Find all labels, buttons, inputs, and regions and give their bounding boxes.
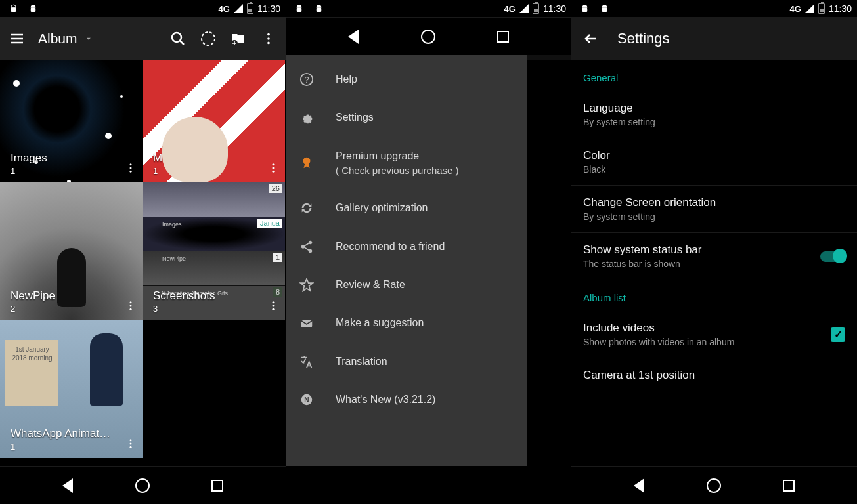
back-arrow-icon[interactable] xyxy=(583,31,599,47)
svg-point-11 xyxy=(130,167,132,169)
page-title[interactable]: Album xyxy=(38,31,93,47)
nav-recent-icon[interactable] xyxy=(497,31,509,43)
nav-back-icon[interactable] xyxy=(62,478,73,493)
drawer-item-whatsnew[interactable]: N What's New (v3.21.2) xyxy=(286,381,527,419)
nav-bar xyxy=(286,17,571,55)
drawer-item-settings[interactable]: Settings xyxy=(286,98,527,136)
album-name: Images xyxy=(11,152,123,165)
calendar-badge: 8 xyxy=(273,287,282,297)
svg-point-1 xyxy=(14,6,14,7)
more-icon[interactable] xyxy=(261,31,276,47)
tile-more-icon[interactable] xyxy=(123,160,139,176)
status-bar: 4G 11:30 xyxy=(286,0,571,17)
svg-point-0 xyxy=(12,6,12,7)
drawer-label: Premium upgrade ( Check previous purchas… xyxy=(336,149,514,177)
nav-recent-icon[interactable] xyxy=(783,480,795,492)
calendar-badge: Janua xyxy=(257,219,282,228)
svg-point-24 xyxy=(130,446,132,448)
album-grid[interactable]: Images 1 Music 1 NewPipe 2 26 ImagesJanu… xyxy=(0,60,286,466)
drawer-item-translation[interactable]: Translation xyxy=(286,343,527,381)
drawer-item-review[interactable]: Review & Rate xyxy=(286,266,527,304)
setting-sub: Black xyxy=(583,164,845,175)
nav-back-icon[interactable] xyxy=(348,30,359,44)
setting-camera-first[interactable]: Camera at 1st position xyxy=(571,358,857,392)
add-folder-icon[interactable] xyxy=(231,31,246,47)
setting-language[interactable]: Language By system setting xyxy=(571,91,857,138)
network-label: 4G xyxy=(504,4,516,14)
drawer-item-recommend[interactable]: Recommend to a friend xyxy=(286,228,527,266)
album-tile-newpipe[interactable]: NewPipe 2 xyxy=(0,182,143,320)
svg-point-5 xyxy=(202,32,215,45)
drawer-label: Translation xyxy=(336,354,514,369)
svg-point-18 xyxy=(130,308,132,310)
album-count: 2 xyxy=(11,304,123,314)
android-icon xyxy=(311,1,326,16)
svg-rect-26 xyxy=(316,7,321,11)
setting-title: Camera at 1st position xyxy=(583,369,845,382)
nav-home-icon[interactable] xyxy=(421,30,435,44)
hamburger-icon[interactable] xyxy=(9,31,25,47)
tile-more-icon[interactable] xyxy=(265,298,281,314)
android-icon xyxy=(25,1,41,16)
drawer-label: Help xyxy=(336,72,514,87)
setting-title: Change Screen orientation xyxy=(583,196,845,209)
settings-app-bar: Settings xyxy=(571,17,857,60)
setting-title: Color xyxy=(583,149,845,162)
setting-orientation[interactable]: Change Screen orientation By system sett… xyxy=(571,186,857,233)
setting-sub: By system setting xyxy=(583,117,845,127)
nav-home-icon[interactable] xyxy=(707,478,721,493)
toggle-switch[interactable] xyxy=(820,251,845,262)
battery-icon xyxy=(533,3,539,14)
tile-more-icon[interactable] xyxy=(265,160,281,176)
drawer-label: Settings xyxy=(336,110,514,125)
svg-point-15 xyxy=(273,171,275,173)
setting-title: Language xyxy=(583,102,845,115)
aperture-icon[interactable] xyxy=(200,31,216,47)
inner-label: Images xyxy=(162,221,182,228)
album-tile-images[interactable]: Images 1 xyxy=(0,60,143,182)
setting-include-videos[interactable]: Include videos Show photos with videos i… xyxy=(571,311,857,358)
calendar-badge: 1 xyxy=(273,253,282,262)
setting-color[interactable]: Color Black xyxy=(571,138,857,186)
svg-rect-2 xyxy=(11,7,16,11)
album-name: NewPipe xyxy=(11,289,123,303)
svg-point-23 xyxy=(130,443,132,445)
share-icon xyxy=(299,240,315,254)
svg-point-12 xyxy=(130,171,132,173)
dropdown-icon xyxy=(84,34,93,43)
gear-icon xyxy=(299,111,315,125)
drawer-item-optimize[interactable]: Gallery optimization xyxy=(286,189,527,227)
nav-recent-icon[interactable] xyxy=(211,480,223,492)
drawer-label: Make a suggestion xyxy=(336,316,514,330)
android-icon xyxy=(577,1,592,16)
svg-text:?: ? xyxy=(304,75,309,85)
help-icon: ? xyxy=(299,72,315,87)
settings-list[interactable]: General Language By system setting Color… xyxy=(571,60,857,466)
tile-more-icon[interactable] xyxy=(123,436,139,452)
setting-sub: The status bar is shown xyxy=(583,259,820,269)
nav-back-icon[interactable] xyxy=(634,478,644,493)
svg-point-21 xyxy=(273,308,275,310)
drawer-label: What's New (v3.21.2) xyxy=(336,392,514,407)
svg-point-13 xyxy=(273,163,275,165)
search-icon[interactable] xyxy=(170,31,186,47)
checkbox[interactable]: ✓ xyxy=(831,327,845,342)
album-tile-music[interactable]: Music 1 xyxy=(143,60,285,182)
award-icon xyxy=(299,156,315,170)
nav-bar xyxy=(571,466,857,504)
drawer-item-help[interactable]: ? Help xyxy=(286,60,527,98)
album-count: 3 xyxy=(153,304,265,314)
tile-more-icon[interactable] xyxy=(123,298,139,314)
translate-icon xyxy=(299,354,315,369)
drawer-item-premium[interactable]: Premium upgrade ( Check previous purchas… xyxy=(286,137,527,189)
svg-text:N: N xyxy=(304,396,309,404)
drawer-label: Recommend to a friend xyxy=(336,240,514,254)
nav-home-icon[interactable] xyxy=(135,478,150,493)
album-tile-whatsapp[interactable]: 1st January 2018 morning WhatsApp Animat… xyxy=(0,320,143,458)
clock: 11:30 xyxy=(829,3,852,14)
setting-statusbar[interactable]: Show system status bar The status bar is… xyxy=(571,233,857,280)
svg-point-8 xyxy=(267,37,270,40)
album-tile-screenshots[interactable]: 26 ImagesJanua NewPipe1 WhatsApp Animate… xyxy=(143,182,285,320)
svg-point-10 xyxy=(130,163,132,165)
drawer-item-suggestion[interactable]: Make a suggestion xyxy=(286,304,527,342)
